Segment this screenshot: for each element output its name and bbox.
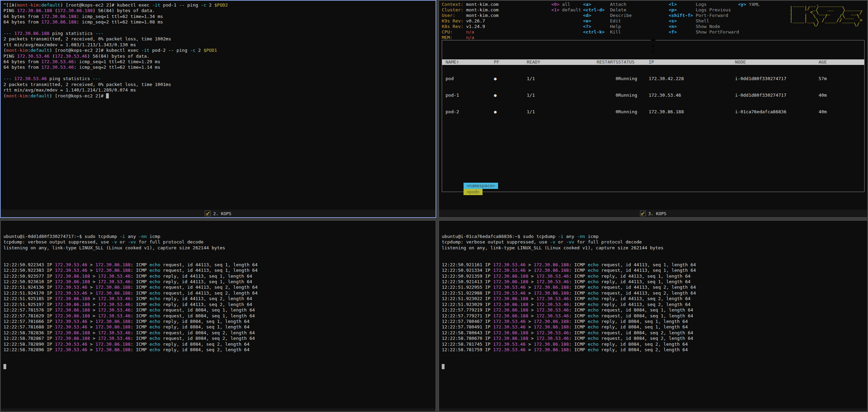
- terminal-cursor: [3, 364, 433, 370]
- tcpdump-packets: 12:22:50.922343 IP 172.30.53.46 > 172.30…: [3, 262, 433, 353]
- crumb-namespace[interactable]: <namespace>: [464, 183, 498, 189]
- pf-dot-icon: ●: [494, 93, 527, 98]
- col-header-pf[interactable]: PF: [494, 59, 527, 65]
- pane-label-bar-3: 3. KOPS: [439, 210, 867, 217]
- pod-ready: 1/1: [527, 76, 593, 82]
- pod-ip: 172.30.86.188: [649, 109, 735, 115]
- crumb-pod[interactable]: <pod>: [464, 189, 483, 195]
- table-row[interactable]: pod-1 ● 1/1 0 Running 172.30.53.46 i-0dd…: [442, 93, 864, 98]
- tcpdump-head: ubuntu@i-0dd1d80f330274717:~$ sudo tcpdu…: [3, 234, 433, 251]
- pane-tcpdump-node-2[interactable]: ubuntu@i-01ca76edafca86836:~$ sudo tcpdu…: [438, 220, 868, 412]
- pod-node: i-0dd1d80f330274717: [735, 76, 819, 82]
- pane-label-bar-2: 2. KOPS: [1, 210, 436, 217]
- pane-tcpdump-node-1[interactable]: ubuntu@i-0dd1d80f330274717:~$ sudo tcpdu…: [0, 220, 436, 412]
- col-header-ready[interactable]: READY: [527, 59, 593, 65]
- pf-dot-icon: ●: [494, 76, 527, 82]
- k9s-action-hotkeys-1: <a> Attach<ctrl-d> Delete<d> Describe<e>…: [583, 2, 632, 35]
- pane-title: 3. KOPS: [648, 211, 667, 216]
- pod-status: Running: [618, 93, 649, 98]
- col-header-restarts[interactable]: RESTARTS: [593, 59, 618, 65]
- pane-k9s[interactable]: Context: mont-kim.comCluster: mont-kim.c…: [438, 0, 868, 218]
- tcpdump-output-2[interactable]: ubuntu@i-01ca76edafca86836:~$ sudo tcpdu…: [439, 221, 867, 409]
- k9s-action-hotkeys-2: <l> Logs<p> Logs Previous<shift-f> Port-…: [669, 2, 739, 35]
- pane-title: 2. KOPS: [213, 211, 231, 216]
- pane-label-bar-cropped: [1, 409, 436, 411]
- tcpdump-head: ubuntu@i-01ca76edafca86836:~$ sudo tcpdu…: [442, 234, 865, 251]
- pod-name: pod: [446, 76, 494, 82]
- key-icon: [205, 211, 211, 216]
- pod-restarts: 0: [593, 109, 618, 115]
- table-row[interactable]: pod ● 1/1 0 Running 172.30.42.228 i-0dd1…: [442, 76, 864, 82]
- terminal-cursor: [442, 364, 865, 370]
- pods-panel-title: oe[: [651, 37, 656, 54]
- tcpdump-output-1[interactable]: ubuntu@i-0dd1d80f330274717:~$ sudo tcpdu…: [1, 221, 436, 409]
- pods-table-header: NAME↑ PF READY RESTARTS STATUS IP NODE A…: [442, 59, 864, 65]
- pod-status: Running: [618, 76, 649, 82]
- kops-shell-output[interactable]: ^[[A(mont-kim:default) [root@kops-ec2 2]…: [1, 1, 436, 210]
- pod-node: i-01ca76edafca86836: [735, 109, 819, 115]
- pod-age: 57m: [819, 76, 864, 82]
- terminal-workspace: ^[[A(mont-kim:default) [root@kops-ec2 2]…: [0, 0, 868, 412]
- pod-ip: 172.30.53.46: [649, 93, 735, 98]
- pod-node: i-0dd1d80f330274717: [735, 93, 819, 98]
- col-header-age[interactable]: AGE: [819, 59, 864, 65]
- k9s-action-hotkeys-3: <y> YAML: [738, 2, 760, 7]
- pane-label-bar-cropped: [439, 409, 867, 411]
- pod-status: Running: [618, 109, 649, 115]
- pod-restarts: 0: [593, 93, 618, 98]
- pod-age: 40m: [819, 93, 864, 98]
- pod-restarts: 0: [593, 76, 618, 82]
- col-header-status[interactable]: STATUS: [618, 59, 649, 65]
- pod-name: pod-2: [446, 109, 494, 115]
- pod-name: pod-1: [446, 93, 494, 98]
- pf-dot-icon: ●: [494, 109, 527, 115]
- k9s-view: Context: mont-kim.comCluster: mont-kim.c…: [439, 1, 867, 210]
- col-header-ip[interactable]: IP: [649, 59, 735, 65]
- col-header-name[interactable]: NAME↑: [446, 59, 494, 65]
- tcpdump-packets: 12:22:50.921161 IP 172.30.53.46 > 172.30…: [442, 262, 865, 353]
- k9s-breadcrumb: <namespace> <pod>: [442, 177, 501, 201]
- pod-ready: 1/1: [527, 109, 593, 115]
- table-row[interactable]: pod-2 ● 1/1 0 Running 172.30.86.188 i-01…: [442, 109, 864, 115]
- pods-panel: oe[ NAME↑ PF READY RESTARTS STATUS IP NO…: [442, 40, 865, 192]
- k9s-cluster-info: Context: mont-kim.comCluster: mont-kim.c…: [442, 2, 498, 40]
- pane-kops-shell[interactable]: ^[[A(mont-kim:default) [root@kops-ec2 2]…: [0, 0, 436, 218]
- pod-ready: 1/1: [527, 93, 593, 98]
- col-header-node[interactable]: NODE: [735, 59, 819, 65]
- k9s-namespace-hotkeys: <0> all<1> default: [551, 2, 581, 13]
- pod-age: 40m: [819, 109, 864, 115]
- key-icon: [640, 211, 646, 216]
- pod-ip: 172.30.42.228: [649, 76, 735, 82]
- k9s-logo: ____ __.________ | |/ _/ __ \______ | < …: [790, 2, 862, 27]
